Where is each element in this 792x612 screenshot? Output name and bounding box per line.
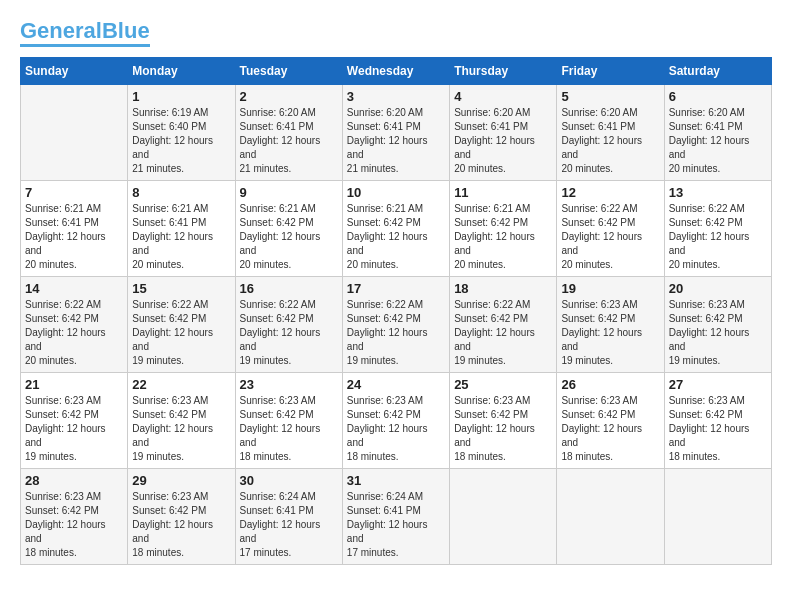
day-number: 1 bbox=[132, 89, 230, 104]
day-number: 15 bbox=[132, 281, 230, 296]
day-number: 31 bbox=[347, 473, 445, 488]
day-info: Sunrise: 6:22 AM Sunset: 6:42 PM Dayligh… bbox=[240, 298, 338, 368]
day-number: 3 bbox=[347, 89, 445, 104]
day-number: 14 bbox=[25, 281, 123, 296]
logo-underline bbox=[20, 44, 150, 47]
page-header: GeneralBlue bbox=[20, 20, 772, 47]
day-number: 19 bbox=[561, 281, 659, 296]
day-number: 20 bbox=[669, 281, 767, 296]
day-info: Sunrise: 6:23 AM Sunset: 6:42 PM Dayligh… bbox=[669, 394, 767, 464]
header-day: Sunday bbox=[21, 58, 128, 85]
day-info: Sunrise: 6:20 AM Sunset: 6:41 PM Dayligh… bbox=[454, 106, 552, 176]
calendar-cell bbox=[450, 469, 557, 565]
calendar-body: 1 Sunrise: 6:19 AM Sunset: 6:40 PM Dayli… bbox=[21, 85, 772, 565]
calendar-cell: 11 Sunrise: 6:21 AM Sunset: 6:42 PM Dayl… bbox=[450, 181, 557, 277]
calendar-cell: 17 Sunrise: 6:22 AM Sunset: 6:42 PM Dayl… bbox=[342, 277, 449, 373]
calendar-cell: 16 Sunrise: 6:22 AM Sunset: 6:42 PM Dayl… bbox=[235, 277, 342, 373]
day-info: Sunrise: 6:23 AM Sunset: 6:42 PM Dayligh… bbox=[25, 394, 123, 464]
day-number: 29 bbox=[132, 473, 230, 488]
calendar-cell: 8 Sunrise: 6:21 AM Sunset: 6:41 PM Dayli… bbox=[128, 181, 235, 277]
calendar-cell: 7 Sunrise: 6:21 AM Sunset: 6:41 PM Dayli… bbox=[21, 181, 128, 277]
calendar-cell: 23 Sunrise: 6:23 AM Sunset: 6:42 PM Dayl… bbox=[235, 373, 342, 469]
logo-blue: Blue bbox=[102, 18, 150, 43]
calendar-cell: 1 Sunrise: 6:19 AM Sunset: 6:40 PM Dayli… bbox=[128, 85, 235, 181]
calendar-table: SundayMondayTuesdayWednesdayThursdayFrid… bbox=[20, 57, 772, 565]
day-info: Sunrise: 6:21 AM Sunset: 6:42 PM Dayligh… bbox=[347, 202, 445, 272]
day-number: 25 bbox=[454, 377, 552, 392]
calendar-cell: 29 Sunrise: 6:23 AM Sunset: 6:42 PM Dayl… bbox=[128, 469, 235, 565]
calendar-cell: 27 Sunrise: 6:23 AM Sunset: 6:42 PM Dayl… bbox=[664, 373, 771, 469]
calendar-cell: 21 Sunrise: 6:23 AM Sunset: 6:42 PM Dayl… bbox=[21, 373, 128, 469]
day-number: 30 bbox=[240, 473, 338, 488]
logo-general: General bbox=[20, 18, 102, 43]
logo: GeneralBlue bbox=[20, 20, 150, 47]
calendar-cell: 28 Sunrise: 6:23 AM Sunset: 6:42 PM Dayl… bbox=[21, 469, 128, 565]
day-number: 24 bbox=[347, 377, 445, 392]
calendar-cell: 2 Sunrise: 6:20 AM Sunset: 6:41 PM Dayli… bbox=[235, 85, 342, 181]
day-number: 17 bbox=[347, 281, 445, 296]
day-info: Sunrise: 6:23 AM Sunset: 6:42 PM Dayligh… bbox=[561, 298, 659, 368]
calendar-week-row: 28 Sunrise: 6:23 AM Sunset: 6:42 PM Dayl… bbox=[21, 469, 772, 565]
calendar-cell: 5 Sunrise: 6:20 AM Sunset: 6:41 PM Dayli… bbox=[557, 85, 664, 181]
day-number: 18 bbox=[454, 281, 552, 296]
day-number: 10 bbox=[347, 185, 445, 200]
calendar-cell: 10 Sunrise: 6:21 AM Sunset: 6:42 PM Dayl… bbox=[342, 181, 449, 277]
day-number: 22 bbox=[132, 377, 230, 392]
day-info: Sunrise: 6:22 AM Sunset: 6:42 PM Dayligh… bbox=[669, 202, 767, 272]
day-info: Sunrise: 6:24 AM Sunset: 6:41 PM Dayligh… bbox=[240, 490, 338, 560]
day-info: Sunrise: 6:21 AM Sunset: 6:42 PM Dayligh… bbox=[454, 202, 552, 272]
day-info: Sunrise: 6:23 AM Sunset: 6:42 PM Dayligh… bbox=[240, 394, 338, 464]
calendar-cell: 19 Sunrise: 6:23 AM Sunset: 6:42 PM Dayl… bbox=[557, 277, 664, 373]
day-number: 13 bbox=[669, 185, 767, 200]
day-info: Sunrise: 6:23 AM Sunset: 6:42 PM Dayligh… bbox=[561, 394, 659, 464]
header-day: Saturday bbox=[664, 58, 771, 85]
calendar-cell: 13 Sunrise: 6:22 AM Sunset: 6:42 PM Dayl… bbox=[664, 181, 771, 277]
calendar-cell bbox=[557, 469, 664, 565]
day-number: 23 bbox=[240, 377, 338, 392]
day-info: Sunrise: 6:22 AM Sunset: 6:42 PM Dayligh… bbox=[132, 298, 230, 368]
calendar-cell: 30 Sunrise: 6:24 AM Sunset: 6:41 PM Dayl… bbox=[235, 469, 342, 565]
day-info: Sunrise: 6:24 AM Sunset: 6:41 PM Dayligh… bbox=[347, 490, 445, 560]
calendar-cell: 22 Sunrise: 6:23 AM Sunset: 6:42 PM Dayl… bbox=[128, 373, 235, 469]
logo-text: GeneralBlue bbox=[20, 20, 150, 42]
calendar-cell: 4 Sunrise: 6:20 AM Sunset: 6:41 PM Dayli… bbox=[450, 85, 557, 181]
calendar-cell: 3 Sunrise: 6:20 AM Sunset: 6:41 PM Dayli… bbox=[342, 85, 449, 181]
calendar-cell: 9 Sunrise: 6:21 AM Sunset: 6:42 PM Dayli… bbox=[235, 181, 342, 277]
day-info: Sunrise: 6:21 AM Sunset: 6:41 PM Dayligh… bbox=[25, 202, 123, 272]
calendar-cell: 18 Sunrise: 6:22 AM Sunset: 6:42 PM Dayl… bbox=[450, 277, 557, 373]
day-info: Sunrise: 6:20 AM Sunset: 6:41 PM Dayligh… bbox=[240, 106, 338, 176]
day-number: 5 bbox=[561, 89, 659, 104]
header-day: Thursday bbox=[450, 58, 557, 85]
day-info: Sunrise: 6:21 AM Sunset: 6:41 PM Dayligh… bbox=[132, 202, 230, 272]
day-number: 4 bbox=[454, 89, 552, 104]
day-info: Sunrise: 6:22 AM Sunset: 6:42 PM Dayligh… bbox=[454, 298, 552, 368]
calendar-week-row: 21 Sunrise: 6:23 AM Sunset: 6:42 PM Dayl… bbox=[21, 373, 772, 469]
day-number: 12 bbox=[561, 185, 659, 200]
day-info: Sunrise: 6:21 AM Sunset: 6:42 PM Dayligh… bbox=[240, 202, 338, 272]
day-info: Sunrise: 6:23 AM Sunset: 6:42 PM Dayligh… bbox=[132, 490, 230, 560]
day-info: Sunrise: 6:22 AM Sunset: 6:42 PM Dayligh… bbox=[25, 298, 123, 368]
calendar-cell: 26 Sunrise: 6:23 AM Sunset: 6:42 PM Dayl… bbox=[557, 373, 664, 469]
day-info: Sunrise: 6:22 AM Sunset: 6:42 PM Dayligh… bbox=[561, 202, 659, 272]
day-number: 6 bbox=[669, 89, 767, 104]
calendar-cell: 12 Sunrise: 6:22 AM Sunset: 6:42 PM Dayl… bbox=[557, 181, 664, 277]
calendar-week-row: 1 Sunrise: 6:19 AM Sunset: 6:40 PM Dayli… bbox=[21, 85, 772, 181]
day-number: 16 bbox=[240, 281, 338, 296]
calendar-cell: 14 Sunrise: 6:22 AM Sunset: 6:42 PM Dayl… bbox=[21, 277, 128, 373]
day-number: 8 bbox=[132, 185, 230, 200]
day-info: Sunrise: 6:20 AM Sunset: 6:41 PM Dayligh… bbox=[561, 106, 659, 176]
day-info: Sunrise: 6:23 AM Sunset: 6:42 PM Dayligh… bbox=[454, 394, 552, 464]
calendar-cell bbox=[21, 85, 128, 181]
header-day: Friday bbox=[557, 58, 664, 85]
header-day: Wednesday bbox=[342, 58, 449, 85]
day-info: Sunrise: 6:23 AM Sunset: 6:42 PM Dayligh… bbox=[25, 490, 123, 560]
day-info: Sunrise: 6:23 AM Sunset: 6:42 PM Dayligh… bbox=[347, 394, 445, 464]
day-number: 9 bbox=[240, 185, 338, 200]
calendar-cell bbox=[664, 469, 771, 565]
day-info: Sunrise: 6:22 AM Sunset: 6:42 PM Dayligh… bbox=[347, 298, 445, 368]
header-day: Tuesday bbox=[235, 58, 342, 85]
calendar-cell: 6 Sunrise: 6:20 AM Sunset: 6:41 PM Dayli… bbox=[664, 85, 771, 181]
calendar-week-row: 14 Sunrise: 6:22 AM Sunset: 6:42 PM Dayl… bbox=[21, 277, 772, 373]
header-day: Monday bbox=[128, 58, 235, 85]
day-info: Sunrise: 6:23 AM Sunset: 6:42 PM Dayligh… bbox=[132, 394, 230, 464]
